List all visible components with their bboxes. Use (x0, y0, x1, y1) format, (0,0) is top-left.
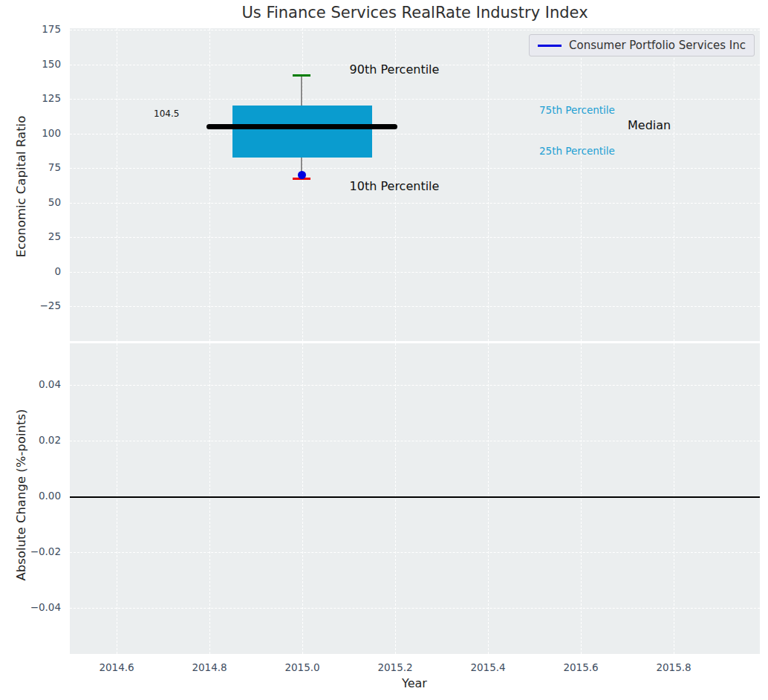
gridline (488, 28, 489, 341)
gridline (70, 441, 760, 441)
p90-cap (293, 74, 310, 77)
gridline (117, 28, 117, 341)
company-marker (298, 171, 306, 179)
gridline (70, 203, 760, 204)
x-tick-label: 2015.2 (365, 661, 425, 673)
legend: Consumer Portfolio Services Inc (529, 34, 755, 56)
change-plot-area (70, 343, 760, 654)
chart-title: Us Finance Services RealRate Industry In… (70, 4, 760, 22)
gridline (70, 552, 760, 553)
y-tick-label: −25 (21, 299, 61, 311)
gridline (70, 306, 760, 307)
gridline (70, 385, 760, 386)
legend-series-label: Consumer Portfolio Services Inc (569, 39, 746, 52)
annotation-median-value: 104.5 (154, 108, 198, 119)
gridline (70, 272, 760, 273)
iqr-box (232, 106, 372, 158)
annotation-90th-percentile: 90th Percentile (348, 62, 441, 77)
median-line (206, 124, 397, 129)
y-axis-label-bottom: Absolute Change (%-points) (14, 383, 30, 606)
annotation-75th-percentile: 75th Percentile (539, 104, 628, 116)
x-tick-label: 2015.6 (551, 661, 611, 673)
gridline (70, 134, 760, 135)
x-tick-label: 2015.4 (458, 661, 518, 673)
x-tick-label: 2014.8 (180, 661, 239, 673)
x-axis-label: Year (340, 676, 489, 690)
gridline (70, 99, 760, 100)
gridline (209, 28, 210, 341)
y-axis-label-top: Economic Capital Ratio (14, 75, 30, 298)
annotation-25th-percentile: 25th Percentile (539, 145, 628, 157)
x-tick-label: 2015.0 (273, 661, 332, 673)
gridline (70, 30, 760, 30)
x-tick-label: 2014.6 (87, 661, 146, 673)
annotation-median: Median (628, 118, 687, 132)
gridline (70, 608, 760, 609)
legend-line-swatch (538, 45, 562, 47)
y-tick-label: 175 (21, 23, 61, 35)
figure: Us Finance Services RealRate Industry In… (0, 0, 768, 700)
gridline (581, 28, 582, 341)
gridline (674, 28, 674, 341)
ecr-plot-area: 90th Percentile 10th Percentile 104.5 75… (70, 28, 760, 341)
x-tick-label: 2015.8 (644, 661, 703, 673)
gridline (70, 168, 760, 169)
zero-baseline (70, 496, 760, 498)
y-tick-label: 150 (21, 58, 61, 70)
annotation-10th-percentile: 10th Percentile (348, 179, 441, 193)
gridline (70, 237, 760, 238)
